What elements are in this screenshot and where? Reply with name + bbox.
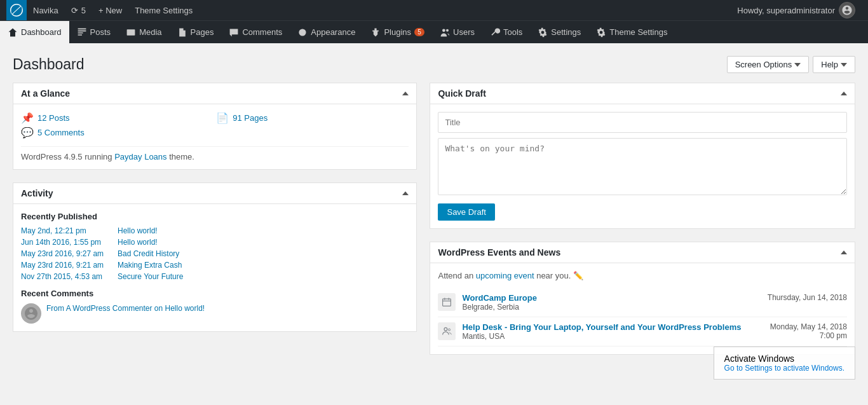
avatar — [839, 2, 855, 18]
posts-count-item[interactable]: 📌 12 Posts — [21, 112, 214, 124]
activity-collapse-icon — [402, 191, 409, 195]
activity-post-5[interactable]: Secure Your Future — [118, 272, 183, 281]
adminbar-theme-settings[interactable]: Theme Settings — [128, 0, 199, 20]
nav-item-comments[interactable]: Comments — [221, 21, 290, 44]
svg-point-1 — [299, 29, 306, 36]
at-a-glance-header[interactable]: At a Glance — [13, 83, 416, 104]
screen-options-button[interactable]: Screen Options — [727, 56, 810, 73]
svg-rect-4 — [443, 299, 451, 306]
nav-menu: Dashboard Posts Media Pages Comments App… — [0, 20, 868, 43]
plugins-badge: 5 — [414, 28, 424, 36]
event-row-2: Help Desk - Bring Your Laptop, Yourself … — [438, 317, 847, 347]
nav-item-media[interactable]: Media — [118, 21, 169, 44]
pages-count-item[interactable]: 📄 91 Pages — [216, 112, 409, 124]
activity-date-2[interactable]: Jun 14th 2016, 1:55 pm — [21, 238, 110, 247]
event-info-2: Help Desk - Bring Your Laptop, Yourself … — [462, 322, 763, 341]
pages-glance-icon: 📄 — [216, 112, 229, 124]
draft-title-input[interactable] — [438, 112, 847, 133]
event-row-1: WordCamp Europe Belgrade, Serbia Thursda… — [438, 288, 847, 317]
nav-item-settings[interactable]: Settings — [530, 21, 588, 44]
nav-item-appearance[interactable]: Appearance — [290, 21, 363, 44]
adminbar-site-name[interactable]: Navika — [27, 0, 65, 20]
meetup-icon — [438, 322, 456, 340]
comment-bubble-icon: 💬 — [21, 127, 34, 139]
pages-icon — [177, 27, 187, 38]
activity-post-1[interactable]: Hello world! — [118, 226, 158, 235]
adminbar-user-menu[interactable]: Howdy, superadministrator — [731, 2, 862, 18]
recently-published-label: Recently Published — [21, 212, 409, 221]
at-a-glance-content: 📌 12 Posts 📄 91 Pages 💬 5 Comments — [13, 104, 416, 169]
svg-point-2 — [442, 29, 445, 32]
events-content: Attend an upcoming event near you. ✏️ Wo… — [430, 263, 855, 354]
wp-logo[interactable] — [6, 0, 27, 20]
commenter-name[interactable]: From A WordPress Commenter on Hello worl… — [46, 304, 205, 313]
svg-rect-0 — [127, 29, 135, 36]
activity-date-1[interactable]: May 2nd, 12:21 pm — [21, 226, 110, 235]
event-date-2: Monday, May 14, 2018 7:00 pm — [770, 322, 847, 340]
left-column: At a Glance 📌 12 Posts 📄 91 Pages — [13, 83, 417, 367]
comments-count: 5 Comments — [37, 128, 85, 137]
posts-count: 12 Posts — [37, 113, 70, 123]
activity-date-4[interactable]: May 23rd 2016, 9:21 am — [21, 261, 110, 270]
save-draft-button[interactable]: Save Draft — [438, 203, 494, 221]
theme-settings-nav-icon — [596, 27, 606, 38]
draft-content-textarea[interactable] — [438, 138, 847, 195]
event-date-1: Thursday, Jun 14, 2018 — [768, 293, 847, 302]
admin-bar: Navika ⟳ 5 + New Theme Settings Howdy, s… — [0, 0, 868, 20]
users-icon — [440, 27, 450, 38]
screen-options-chevron-icon — [794, 63, 801, 67]
activity-content: Recently Published May 2nd, 12:21 pm Hel… — [13, 204, 416, 331]
user-avatar-icon — [841, 4, 853, 16]
wordpress-icon — [10, 4, 23, 17]
svg-point-9 — [449, 329, 451, 331]
nav-item-theme-settings[interactable]: Theme Settings — [588, 21, 675, 44]
help-button[interactable]: Help — [813, 56, 855, 73]
quick-draft-title: Quick Draft — [438, 88, 485, 99]
svg-point-3 — [446, 29, 449, 31]
adminbar-new[interactable]: + New — [92, 0, 128, 20]
activity-post-2[interactable]: Hello world! — [118, 238, 158, 247]
quick-draft-header[interactable]: Quick Draft — [430, 83, 855, 104]
dashboard-columns: At a Glance 📌 12 Posts 📄 91 Pages — [13, 83, 855, 367]
nav-item-pages[interactable]: Pages — [170, 21, 222, 44]
content-area: Dashboard Screen Options Help At a Glanc… — [0, 43, 868, 367]
events-intro: Attend an upcoming event near you. ✏️ — [438, 271, 847, 280]
wp-info: WordPress 4.9.5 running Payday Loans the… — [21, 146, 409, 161]
nav-item-tools[interactable]: Tools — [482, 21, 530, 44]
nav-item-dashboard[interactable]: Dashboard — [0, 21, 69, 44]
tools-icon — [490, 27, 500, 38]
recent-comments-label: Recent Comments — [21, 289, 409, 298]
adminbar-updates[interactable]: ⟳ 5 — [65, 0, 92, 20]
activity-header[interactable]: Activity — [13, 183, 416, 204]
comment-row: From A WordPress Commenter on Hello worl… — [21, 303, 409, 324]
location-edit-icon[interactable]: ✏️ — [573, 271, 583, 280]
activity-date-3[interactable]: May 23rd 2016, 9:27 am — [21, 249, 110, 258]
event-location-2: Mantis, USA — [462, 332, 763, 341]
events-header[interactable]: WordPress Events and News — [430, 242, 855, 263]
events-title: WordPress Events and News — [438, 247, 560, 257]
quick-draft-metabox: Quick Draft Save Draft — [430, 83, 855, 229]
comments-count-item[interactable]: 💬 5 Comments — [21, 127, 214, 139]
nav-item-users[interactable]: Users — [432, 21, 482, 44]
media-icon — [126, 27, 136, 38]
upcoming-event-link[interactable]: upcoming event — [476, 271, 534, 280]
activity-post-3[interactable]: Bad Credit History — [118, 249, 179, 258]
activity-row: May 23rd 2016, 9:21 am Making Extra Cash — [21, 261, 409, 270]
event-title-2[interactable]: Help Desk - Bring Your Laptop, Yourself … — [462, 322, 763, 332]
theme-link[interactable]: Payday Loans — [114, 152, 166, 161]
activity-row: Nov 27th 2015, 4:53 am Secure Your Futur… — [21, 272, 409, 281]
svg-point-8 — [444, 327, 447, 331]
activity-post-4[interactable]: Making Extra Cash — [118, 261, 182, 270]
page-title: Dashboard — [13, 56, 85, 73]
activity-title: Activity — [21, 188, 53, 198]
wordcamp-icon — [438, 293, 456, 311]
event-title-1[interactable]: WordCamp Europe — [462, 293, 761, 303]
activity-date-5[interactable]: Nov 27th 2015, 4:53 am — [21, 272, 110, 281]
activity-row: May 23rd 2016, 9:27 am Bad Credit Histor… — [21, 249, 409, 258]
nav-item-plugins[interactable]: Plugins 5 — [363, 21, 432, 44]
right-column: Quick Draft Save Draft WordPress Events … — [430, 83, 855, 367]
commenter-avatar-icon — [24, 306, 39, 321]
page-header: Dashboard Screen Options Help — [13, 56, 855, 73]
nav-item-posts[interactable]: Posts — [69, 21, 119, 44]
calendar-icon — [442, 297, 452, 307]
